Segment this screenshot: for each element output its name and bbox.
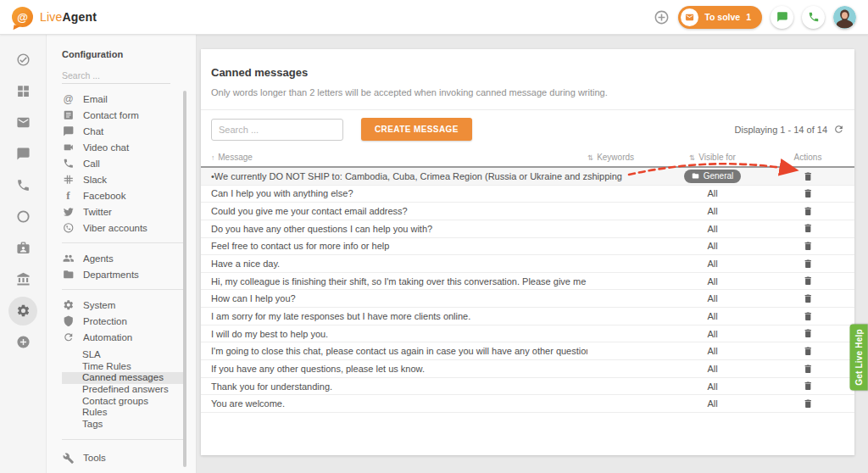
sidebar-subitem-sla[interactable]: SLA (62, 349, 184, 361)
table-row[interactable]: I will do my best to help you. All (201, 326, 854, 343)
table-row[interactable]: Do you have any other questions I can he… (201, 220, 854, 238)
rail-item-dashboard[interactable] (0, 75, 46, 107)
message-text: Hi, my colleague is finishing their shif… (201, 276, 587, 287)
trash-icon[interactable] (803, 206, 814, 217)
rail-item-online[interactable] (0, 201, 46, 232)
sidebar-search-input[interactable] (62, 68, 170, 84)
sidebar-item-automation[interactable]: Automation (62, 329, 184, 345)
sidebar-subitem-time-rules[interactable]: Time Rules (62, 361, 184, 373)
chats-button[interactable] (771, 6, 793, 29)
actions-cell (761, 346, 854, 357)
table-row[interactable]: Feel free to contact us for more info or… (201, 238, 854, 256)
table-row[interactable]: •We currently DO NOT SHIP to: Cambodia, … (201, 168, 854, 186)
column-header-visible-for[interactable]: ⇅Visible for (664, 153, 761, 162)
to-solve-envelope (681, 8, 698, 26)
column-header-actions[interactable]: Actions (761, 153, 854, 162)
sidebar-subitem-contact-groups[interactable]: Contact groups (62, 396, 184, 408)
table-row[interactable]: Could you give me your contact email add… (201, 203, 854, 220)
sort-icon: ↑ (211, 153, 214, 162)
chat-bubble-icon (62, 125, 75, 137)
sidebar-item-label: Departments (83, 270, 139, 280)
user-avatar[interactable] (833, 6, 856, 29)
actions-cell (761, 293, 854, 304)
sidebar-subitem-tags[interactable]: Tags (62, 419, 184, 431)
bank-icon (16, 272, 31, 287)
liveagent-logo[interactable]: @ LiveAgent (12, 7, 97, 27)
table-row[interactable]: Can I help you with anything else? All (201, 186, 854, 203)
rail-item-mail[interactable] (0, 107, 46, 138)
visible-for-cell: All (664, 259, 761, 269)
addons-icon (16, 335, 31, 349)
trash-icon[interactable] (803, 223, 814, 234)
message-text: If you have any other questions, please … (201, 364, 587, 374)
rail-item-addons[interactable] (0, 326, 46, 358)
visible-for-cell: All (664, 276, 761, 287)
sidebar-item-tools[interactable]: Tools (62, 450, 184, 466)
toolbar: CREATE MESSAGE Displaying 1 - 14 of 14 (201, 110, 854, 148)
trash-icon[interactable] (803, 259, 814, 270)
add-new-icon[interactable] (654, 9, 670, 25)
sidebar-item-protection[interactable]: Protection (62, 313, 184, 329)
messages-search-input[interactable] (211, 119, 343, 141)
sidebar-item-twitter[interactable]: Twitter (62, 203, 184, 220)
message-text: Can I help you with anything else? (201, 188, 587, 198)
get-live-help-tab[interactable]: Get Live Help (850, 325, 868, 391)
trash-icon[interactable] (803, 241, 814, 252)
sidebar-subitem-rules[interactable]: Rules (62, 407, 184, 419)
trash-icon[interactable] (803, 346, 814, 357)
rail-item-calls[interactable] (0, 170, 46, 201)
sidebar-item-agents[interactable]: Agents (62, 250, 184, 266)
table-row[interactable]: Hi, my colleague is finishing their shif… (201, 273, 854, 291)
gear-icon (16, 303, 31, 318)
rail-item-tickets[interactable] (0, 44, 46, 75)
table-row[interactable]: How can I help you? All (201, 290, 854, 308)
table-row[interactable]: I am sorry for my late responses but I h… (201, 308, 854, 326)
sidebar-item-call[interactable]: Call (62, 155, 184, 171)
sidebar-item-email[interactable]: @Email (62, 91, 184, 107)
sidebar-item-viber-accounts[interactable]: Viber accounts (62, 220, 184, 236)
column-header-keywords[interactable]: ⇅Keywords (587, 153, 664, 162)
create-message-button[interactable]: CREATE MESSAGE (361, 118, 472, 141)
column-header-message[interactable]: ↑Message (201, 153, 587, 162)
message-text: I am sorry for my late responses but I h… (201, 311, 587, 321)
table-row[interactable]: Have a nice day. All (201, 255, 854, 273)
page-title: Canned messages (211, 66, 844, 79)
trash-icon[interactable] (803, 293, 814, 304)
liveagent-app: @ LiveAgent To solve 1 Con (0, 0, 868, 473)
trash-icon[interactable] (803, 364, 814, 375)
chat-icon (776, 11, 788, 23)
trash-icon[interactable] (803, 188, 814, 199)
sidebar-item-slack[interactable]: Slack (62, 171, 184, 187)
trash-icon[interactable] (803, 311, 814, 322)
trash-icon[interactable] (803, 381, 814, 392)
visible-for-cell: All (664, 329, 761, 339)
to-solve-button[interactable]: To solve 1 (678, 6, 762, 29)
trash-icon[interactable] (803, 328, 814, 339)
trash-icon[interactable] (803, 171, 814, 182)
rail-item-configuration[interactable] (0, 295, 46, 326)
table-row[interactable]: You are welcome. All (201, 395, 854, 413)
sidebar-item-system[interactable]: System (62, 297, 184, 313)
table-row[interactable]: If you have any other questions, please … (201, 360, 854, 378)
message-text: How can I help you? (201, 293, 587, 303)
sidebar-item-facebook[interactable]: fFacebook (62, 187, 184, 203)
rail-item-companies[interactable] (0, 264, 46, 295)
sidebar-subitem-canned-messages[interactable]: Canned messages (62, 372, 184, 384)
sidebar-item-chat[interactable]: Chat (62, 123, 184, 139)
sidebar-item-contact-form[interactable]: Contact form (62, 107, 184, 123)
trash-icon[interactable] (803, 275, 814, 287)
sidebar-item-label: Email (83, 94, 108, 104)
trash-icon[interactable] (803, 398, 814, 409)
facebook-icon: f (62, 189, 75, 203)
sidebar-scrollbar[interactable] (183, 91, 186, 467)
table-row[interactable]: I'm going to close this chat, please con… (201, 342, 854, 360)
rail-item-contacts[interactable] (0, 232, 46, 264)
rail-item-chats[interactable] (0, 138, 46, 170)
calls-button[interactable] (802, 6, 825, 29)
contact-form-icon (62, 109, 75, 121)
sidebar-item-video-chat[interactable]: Video chat (62, 139, 184, 155)
sidebar-subitem-predefined-answers[interactable]: Predefined answers (62, 384, 184, 396)
refresh-icon[interactable] (833, 124, 844, 135)
sidebar-item-departments[interactable]: Departments (62, 266, 184, 282)
table-row[interactable]: Thank you for understanding. All (201, 378, 854, 396)
